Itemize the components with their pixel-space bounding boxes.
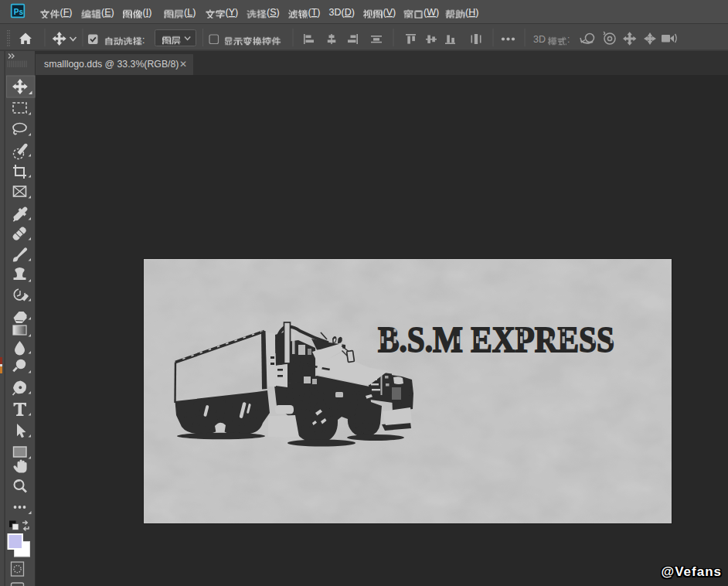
svg-text:Ps: Ps [14,8,24,16]
svg-text:(H): (H) [465,7,478,18]
svg-text:(V): (V) [383,7,396,18]
svg-text:(S): (S) [267,7,280,18]
svg-text:(T): (T) [308,7,321,18]
svg-text:(I): (I) [143,7,152,18]
svg-text::: : [142,35,145,46]
svg-text:(F): (F) [60,7,73,18]
svg-text::: : [567,34,570,45]
svg-text:(L): (L) [184,7,196,18]
svg-text:3D(D): 3D(D) [329,7,355,18]
svg-text:3D: 3D [533,34,546,45]
svg-text:(Y): (Y) [226,7,239,18]
svg-text:(E): (E) [101,7,114,18]
svg-text:(W): (W) [424,7,439,18]
